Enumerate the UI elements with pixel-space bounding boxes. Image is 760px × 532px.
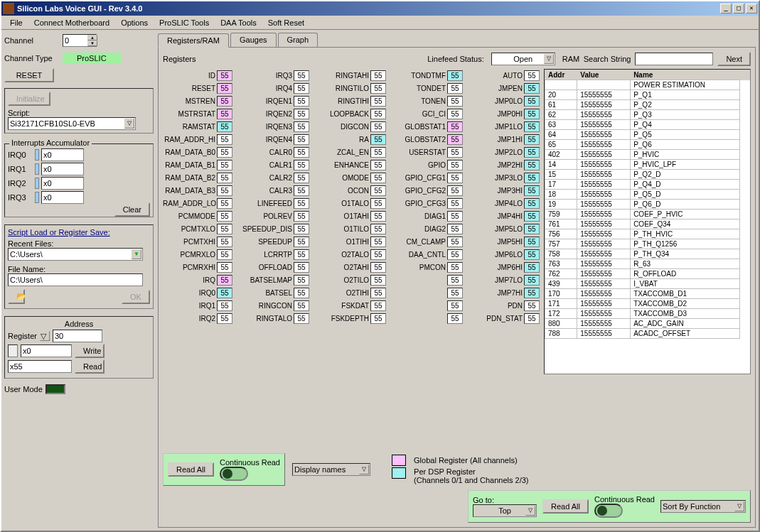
reg-value[interactable]: 55 (524, 96, 540, 107)
reg-value[interactable]: 55 (294, 237, 309, 247)
reg-value[interactable]: 55 (294, 70, 309, 81)
reg-value[interactable]: 55 (447, 134, 463, 145)
reg-value[interactable]: 55 (447, 83, 463, 94)
table-row[interactable]: 78815555555ACADC_OFFSET (545, 329, 750, 339)
next-button[interactable]: Next (717, 52, 751, 66)
table-row[interactable]: 1815555555P_Q5_D (545, 190, 750, 200)
ram-cell[interactable]: TXACCOMB_D2 (631, 299, 740, 309)
ram-cell[interactable]: 15555555 (577, 100, 631, 110)
irq-input[interactable] (41, 148, 84, 161)
reg-value[interactable]: 55 (294, 262, 309, 273)
reg-value[interactable]: 55 (524, 249, 540, 260)
tab-gauges[interactable]: Gauges (230, 33, 277, 47)
reg-value[interactable]: 55 (217, 249, 232, 260)
reg-value[interactable]: 55 (524, 300, 540, 311)
reg-value[interactable]: 55 (524, 198, 540, 209)
ram-cell[interactable]: 64 (545, 130, 577, 140)
reg-value[interactable]: 55 (217, 224, 232, 234)
ram-cell[interactable]: TXACCOMB_D1 (631, 289, 740, 299)
reg-value[interactable]: 55 (294, 160, 309, 170)
reg-value[interactable]: 55 (524, 185, 540, 196)
reg-value[interactable]: 55 (217, 313, 232, 324)
reg-value[interactable]: 55 (294, 313, 309, 324)
reg-value[interactable]: 55 (294, 198, 309, 209)
reg-value[interactable]: 55 (370, 275, 386, 286)
reg-value[interactable]: 55 (294, 300, 309, 311)
ram-cell[interactable]: 15555555 (577, 190, 631, 200)
ram-cell[interactable]: 15555555 (577, 120, 631, 130)
reg-value[interactable]: 55 (370, 121, 386, 132)
reg-value[interactable]: 55 (524, 109, 540, 119)
reg-value[interactable]: 55 (294, 147, 309, 158)
ram-col-header[interactable]: Name (631, 70, 740, 80)
reg-value[interactable]: 55 (370, 70, 386, 81)
reg-value[interactable]: 55 (447, 313, 463, 324)
reg-value[interactable]: 55 (524, 224, 540, 234)
ram-cell[interactable]: COEF_P_HVIC (631, 210, 740, 219)
ram-cell[interactable] (577, 80, 631, 90)
reg-value[interactable]: 55 (217, 83, 232, 94)
ram-cell[interactable]: P_TH_Q34 (631, 249, 740, 259)
ram-table[interactable]: AddrValueNamePOWER ESTIMATION2015555555P… (544, 69, 751, 374)
table-row[interactable]: 6415555555P_Q5 (545, 130, 750, 140)
reg-value[interactable]: 55 (294, 83, 309, 94)
table-row[interactable]: 75815555555P_TH_Q34 (545, 249, 750, 259)
table-row[interactable]: 6115555555P_Q2 (545, 100, 750, 110)
table-row[interactable]: POWER ESTIMATION (545, 80, 750, 90)
ram-cell[interactable]: P_Q2 (631, 100, 740, 110)
reg-value[interactable]: 55 (294, 134, 309, 145)
ram-cell[interactable]: 62 (545, 110, 577, 120)
reg-value[interactable]: 55 (447, 224, 463, 234)
ram-cell[interactable]: 402 (545, 150, 577, 160)
reg-value[interactable]: 55 (370, 185, 386, 196)
table-row[interactable]: 6315555555P_Q4 (545, 120, 750, 130)
ram-cont-read-toggle[interactable] (594, 504, 623, 518)
reg-value[interactable]: 55 (370, 262, 386, 273)
ram-cell[interactable]: 14 (545, 160, 577, 170)
ram-cell[interactable]: 18 (545, 190, 577, 200)
reg-value[interactable]: 55 (447, 109, 463, 119)
ram-cell[interactable]: 15555555 (577, 160, 631, 170)
reg-value[interactable]: 55 (370, 237, 386, 247)
ram-cell[interactable]: 172 (545, 309, 577, 319)
reg-value[interactable]: 55 (294, 96, 309, 107)
table-row[interactable]: 76115555555COEF_Q34 (545, 219, 750, 229)
ram-cell[interactable]: P_Q2_D (631, 170, 740, 180)
reg-value[interactable]: 55 (524, 275, 540, 286)
reg-value[interactable]: 55 (524, 83, 540, 94)
reg-value[interactable]: 55 (217, 96, 232, 107)
reg-value[interactable]: 55 (447, 237, 463, 247)
ram-cell[interactable]: 15555555 (577, 130, 631, 140)
ram-col-header[interactable]: Addr (545, 70, 577, 80)
ram-cell[interactable]: R_63 (631, 259, 740, 269)
ram-cell[interactable]: 15555555 (577, 329, 631, 339)
chevron-down-icon[interactable]: ▽ (40, 331, 50, 341)
reg-value[interactable]: 55 (447, 249, 463, 260)
reg-value[interactable]: 55 (370, 224, 386, 234)
reg-value[interactable]: 55 (370, 173, 386, 183)
ram-cell[interactable]: 757 (545, 239, 577, 249)
table-row[interactable]: 1515555555P_Q2_D (545, 170, 750, 180)
display-combo[interactable]: Display names ▽ (292, 463, 370, 476)
reg-value[interactable]: 55 (447, 185, 463, 196)
ram-cell[interactable]: 15555555 (577, 309, 631, 319)
table-row[interactable]: 75715555555P_TH_Q1256 (545, 239, 750, 249)
menu-proslic-tools[interactable]: ProSLIC Tools (154, 17, 215, 28)
ram-cell[interactable]: P_Q4_D (631, 180, 740, 190)
ram-cell[interactable]: 20 (545, 90, 577, 100)
table-row[interactable]: 76315555555R_63 (545, 259, 750, 269)
tab-graph[interactable]: Graph (278, 33, 319, 47)
clear-button[interactable]: Clear (114, 202, 150, 217)
ram-cell[interactable]: 15555555 (577, 249, 631, 259)
read-all-button[interactable]: Read All (168, 462, 214, 477)
reg-value[interactable]: 55 (524, 237, 540, 247)
reg-value[interactable]: 55 (217, 288, 232, 298)
reg-value[interactable]: 55 (294, 288, 309, 298)
table-row[interactable]: 43915555555I_VBAT (545, 279, 750, 289)
read-value-input[interactable] (8, 360, 72, 373)
read-button[interactable]: Read (75, 359, 105, 374)
reg-value[interactable]: 55 (217, 134, 232, 145)
ram-cell[interactable]: 17 (545, 180, 577, 190)
reg-value[interactable]: 55 (294, 249, 309, 260)
reg-value[interactable]: 55 (447, 70, 463, 81)
